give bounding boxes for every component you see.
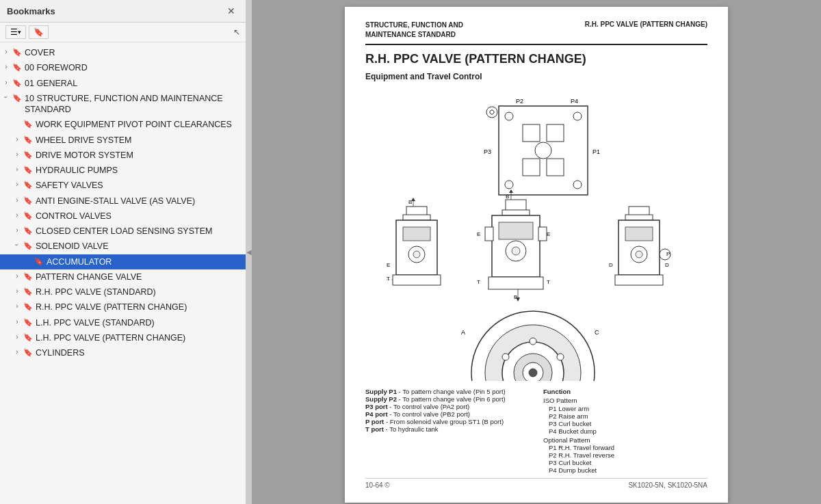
function-title: Function xyxy=(543,388,707,395)
expand-icon-cylinders[interactable]: › xyxy=(11,347,23,356)
item-label-cover: COVER xyxy=(25,47,240,58)
document-footer: 10-64 © SK1020-5N, SK1020-5NA xyxy=(365,478,707,489)
tree-container[interactable]: › 🔖 COVER › 🔖 00 FOREWORD › 🔖 01 GENERAL… xyxy=(0,42,246,504)
svg-rect-51 xyxy=(625,215,653,220)
bookmark-icon-hydraulic: 🔖 xyxy=(23,165,33,174)
expand-icon-rh-ppc-std[interactable]: › xyxy=(11,287,23,295)
item-label-lh-ppc-std: L.H. PPC VALVE (STANDARD) xyxy=(36,317,240,328)
tree-item-general[interactable]: › 🔖 01 GENERAL xyxy=(0,76,246,91)
iso-p4: P4 Bucket dump xyxy=(543,427,707,435)
expand-icon-solenoid[interactable]: › xyxy=(13,239,21,251)
svg-rect-19 xyxy=(403,215,430,220)
svg-text:D: D xyxy=(609,262,613,268)
tree-item-safety[interactable]: › 🔖 SAFETY VALVES xyxy=(0,178,246,193)
footer-model: SK1020-5N, SK1020-5NA xyxy=(628,481,707,489)
bookmark-icon-lh-ppc-std: 🔖 xyxy=(23,317,33,327)
tree-item-rh-ppc-std[interactable]: › 🔖 R.H. PPC VALVE (STANDARD) xyxy=(0,284,246,300)
tree-item-rh-ppc-pattern[interactable]: › 🔖 R.H. PPC VALVE (PATTERN CHANGE) xyxy=(0,300,246,315)
expand-icon-drive-motor[interactable]: › xyxy=(11,150,23,158)
diagram-area: P2 P4 xyxy=(365,87,707,381)
svg-point-72 xyxy=(557,354,564,360)
bookmark-icon-solenoid: 🔖 xyxy=(23,241,33,250)
tree-item-foreword[interactable]: › 🔖 00 FOREWORD xyxy=(0,60,246,75)
opt-p1: P1 R.H. Travel forward xyxy=(543,444,707,451)
expand-icon-wheel[interactable]: › xyxy=(11,135,23,143)
bookmarks-panel: Bookmarks ✕ ☰ ▾ 🔖 ↖ › 🔖 COVER › 🔖 00 FOR… xyxy=(0,0,246,504)
bookmark-icon-accumulator: 🔖 xyxy=(34,256,44,266)
tree-item-cylinders[interactable]: › 🔖 CYLINDERS xyxy=(0,345,246,360)
expand-icon-pattern-change[interactable]: › xyxy=(11,271,23,280)
opt-p2: P2 R.H. Travel reverse xyxy=(543,451,707,459)
item-label-wheel: WHEEL DRIVE SYSTEM xyxy=(36,135,240,146)
legend-item-1: Supply P1 - To pattern change valve (Pin… xyxy=(365,388,530,395)
item-label-cylinders: CYLINDERS xyxy=(36,347,240,358)
document-page: STRUCTURE, FUNCTION AND MAINTENANCE STAN… xyxy=(345,7,728,503)
tree-item-hydraulic[interactable]: › 🔖 HYDRAULIC PUMPS xyxy=(0,163,246,178)
tree-item-solenoid[interactable]: › 🔖 SOLENOID VALVE xyxy=(0,239,246,254)
tree-item-pattern-change[interactable]: › 🔖 PATTERN CHANGE VALVE xyxy=(0,269,246,284)
bookmark-icon-pattern-change: 🔖 xyxy=(23,271,33,281)
svg-rect-10 xyxy=(547,159,564,176)
svg-text:D: D xyxy=(665,262,669,268)
tree-item-anti-engine[interactable]: › 🔖 ANTI ENGINE-STALL VALVE (AS VALVE) xyxy=(0,194,246,209)
bookmark-icon-closed-center: 🔖 xyxy=(23,226,33,235)
item-label-rh-ppc-pattern: R.H. PPC VALVE (PATTERN CHANGE) xyxy=(36,302,240,313)
tree-item-lh-ppc-std[interactable]: › 🔖 L.H. PPC VALVE (STANDARD) xyxy=(0,315,246,330)
bookmark-icon-cylinders: 🔖 xyxy=(23,347,33,357)
tree-item-pivot[interactable]: › 🔖 WORK EQUIPMENT PIVOT POINT CLEARANCE… xyxy=(0,117,246,132)
bookmark-icon-wheel: 🔖 xyxy=(23,135,33,144)
tree-item-accumulator[interactable]: › 🔖 ACCUMULATOR xyxy=(0,254,246,269)
opt-p3: P3 Curl bucket xyxy=(543,459,707,466)
bookmark-icon-safety: 🔖 xyxy=(23,180,33,189)
svg-point-11 xyxy=(535,142,551,159)
valve-diagram: P2 P4 xyxy=(369,87,704,381)
svg-rect-9 xyxy=(523,159,540,176)
item-label-hydraulic: HYDRAULIC PUMPS xyxy=(36,165,240,176)
iso-label: ISO Pattern xyxy=(543,397,707,404)
item-label-safety: SAFETY VALVES xyxy=(36,180,240,191)
document-header: STRUCTURE, FUNCTION AND MAINTENANCE STAN… xyxy=(365,21,707,45)
svg-point-70 xyxy=(529,369,537,377)
expand-icon-structure[interactable]: › xyxy=(2,91,10,103)
bookmark-view-button[interactable]: 🔖 xyxy=(29,25,49,39)
tree-item-control[interactable]: › 🔖 CONTROL VALVES xyxy=(0,209,246,224)
bookmark-icon: 🔖 xyxy=(34,27,44,37)
svg-rect-57 xyxy=(615,275,663,285)
tree-item-wheel[interactable]: › 🔖 WHEEL DRIVE SYSTEM xyxy=(0,133,246,148)
tree-item-cover[interactable]: › 🔖 COVER xyxy=(0,45,246,60)
expand-icon-general[interactable]: › xyxy=(0,78,12,86)
bookmarks-title: Bookmarks xyxy=(7,6,55,16)
expand-icon-cover[interactable]: › xyxy=(0,47,12,55)
menu-dropdown-button[interactable]: ☰ ▾ xyxy=(5,25,26,39)
expand-icon-closed-center[interactable]: › xyxy=(11,226,23,234)
svg-text:B: B xyxy=(506,194,509,200)
expand-icon-safety[interactable]: › xyxy=(11,180,23,188)
expand-icon-anti-engine[interactable]: › xyxy=(11,196,23,204)
legend-item-5: P port - From solenoid valve group ST1 (… xyxy=(365,418,530,425)
document-title: R.H. PPC VALVE (PATTERN CHANGE) xyxy=(365,52,707,66)
svg-text:E: E xyxy=(477,231,480,237)
svg-point-5 xyxy=(505,181,513,189)
expand-icon-lh-ppc-pattern[interactable]: › xyxy=(11,332,23,341)
tree-item-structure[interactable]: › 🔖 10 STRUCTURE, FUNCTION AND MAINTENAN… xyxy=(0,91,246,118)
bookmark-icon-cover: 🔖 xyxy=(12,47,22,57)
expand-icon-hydraulic[interactable]: › xyxy=(11,165,23,173)
expand-icon-rh-ppc-pattern[interactable]: › xyxy=(11,302,23,310)
expand-icon-control[interactable]: › xyxy=(11,211,23,219)
item-label-drive-motor: DRIVE MOTOR SYSTEM xyxy=(36,150,240,161)
expand-icon-lh-ppc-std[interactable]: › xyxy=(11,317,23,326)
close-button[interactable]: ✕ xyxy=(224,4,239,18)
tree-item-lh-ppc-pattern[interactable]: › 🔖 L.H. PPC VALVE (PATTERN CHANGE) xyxy=(0,330,246,345)
bookmark-icon-control: 🔖 xyxy=(23,211,33,220)
svg-text:T: T xyxy=(477,279,480,285)
expand-icon-foreword[interactable]: › xyxy=(0,62,12,70)
item-label-accumulator: ACCUMULATOR xyxy=(47,256,240,267)
svg-text:P4: P4 xyxy=(571,98,578,105)
svg-text:B: B xyxy=(408,199,412,205)
panel-divider[interactable]: ◀ xyxy=(246,0,252,504)
tree-item-drive-motor[interactable]: › 🔖 DRIVE MOTOR SYSTEM xyxy=(0,148,246,163)
svg-text:E: E xyxy=(547,231,550,237)
svg-text:P: P xyxy=(666,251,670,257)
tree-item-closed-center[interactable]: › 🔖 CLOSED CENTER LOAD SENSING SYSTEM xyxy=(0,224,246,239)
bookmarks-header: Bookmarks ✕ xyxy=(0,0,246,23)
